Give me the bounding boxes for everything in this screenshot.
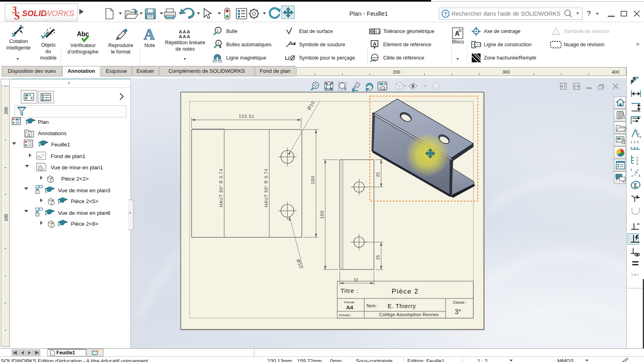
svg-text:Pièce 2: Pièce 2 — [392, 288, 419, 295]
svg-text:SOLID: SOLID — [22, 9, 47, 18]
svg-text:1: 1 — [630, 168, 632, 171]
svg-text:Titre :: Titre : — [341, 287, 359, 294]
svg-text:Σ: Σ — [634, 182, 638, 189]
svg-text:0.1: 0.1 — [375, 30, 380, 34]
svg-text:Pièce 2<2>: Pièce 2<2> — [61, 176, 89, 182]
svg-text:Pièce 2<8>: Pièce 2<8> — [71, 221, 98, 227]
svg-text:3°: 3° — [455, 309, 461, 315]
svg-text:3: 3 — [639, 135, 641, 139]
svg-text:1: 1 — [217, 29, 219, 33]
svg-text:Vue de mise en plan3: Vue de mise en plan3 — [58, 187, 110, 193]
svg-text:Echelle :: Echelle : — [339, 313, 352, 317]
svg-text:32: 32 — [353, 278, 358, 282]
svg-text:Annotations: Annotations — [38, 130, 67, 136]
svg-text:A: A — [373, 41, 377, 47]
svg-text:HAUT 90° R 0.74: HAUT 90° R 0.74 — [219, 169, 223, 207]
svg-text:Fond de plan1: Fond de plan1 — [51, 153, 85, 159]
svg-text:A4: A4 — [346, 304, 353, 311]
svg-text:1: 1 — [630, 140, 632, 144]
svg-text:Vue de mise en plan6: Vue de mise en plan6 — [58, 210, 110, 216]
svg-text:E. Thierry: E. Thierry — [388, 303, 416, 309]
svg-text:A1: A1 — [373, 58, 377, 62]
svg-text:Nom :: Nom : — [367, 303, 378, 308]
svg-text:3: 3 — [636, 162, 638, 166]
svg-text:3: 3 — [637, 140, 639, 144]
svg-text:2: 2 — [634, 140, 636, 144]
svg-text:Vue de mise en plan1: Vue de mise en plan1 — [51, 165, 103, 171]
svg-text:25: 25 — [376, 172, 380, 177]
svg-text:HAUT 90° R 0.74: HAUT 90° R 0.74 — [264, 169, 268, 207]
svg-text:Format: Format — [344, 300, 355, 304]
svg-text:102,51: 102,51 — [239, 114, 255, 119]
svg-text:AAA: AAA — [179, 34, 190, 39]
svg-text:Feuille1: Feuille1 — [51, 142, 70, 148]
svg-text:Collège Assomption Rennes: Collège Assomption Rennes — [379, 312, 439, 317]
svg-text:S: S — [13, 10, 20, 21]
svg-text:WORKS: WORKS — [44, 9, 74, 18]
svg-text:1: 1 — [217, 41, 219, 45]
svg-text:100: 100 — [320, 210, 324, 219]
svg-text:3: 3 — [638, 174, 640, 177]
svg-text:A: A — [27, 132, 31, 138]
svg-text:Plan: Plan — [38, 119, 49, 125]
svg-text:25: 25 — [376, 255, 380, 260]
svg-text:Pièce 2<5>: Pièce 2<5> — [71, 198, 98, 204]
svg-text:Classe :: Classe : — [453, 300, 466, 304]
svg-text:AAA: AAA — [179, 29, 190, 34]
svg-text:100: 100 — [310, 176, 315, 184]
svg-text:2: 2 — [635, 170, 637, 174]
svg-text:A: A — [144, 26, 155, 43]
svg-text:1: 1 — [555, 30, 557, 35]
